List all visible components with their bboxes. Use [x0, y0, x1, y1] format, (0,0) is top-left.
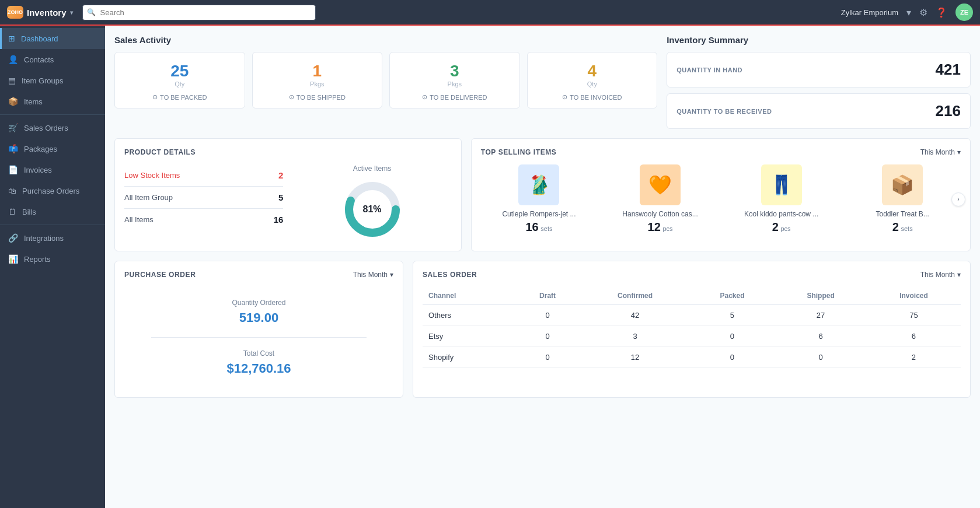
- search-input[interactable]: [82, 5, 316, 20]
- activity-cards: 25 Qty ⊙ TO BE PACKED 1 Pkgs ⊙ TO BE: [114, 52, 657, 108]
- search-icon: 🔍: [87, 8, 96, 16]
- company-dropdown-icon[interactable]: ▾: [906, 7, 911, 18]
- sidebar-label-packages: Packages: [24, 145, 57, 153]
- product-stats: Low Stock Items 2 All Item Group 5 All I…: [124, 164, 283, 241]
- table-row[interactable]: Shopify 0 12 0 0 2: [423, 347, 961, 368]
- table-row[interactable]: Etsy 0 3 0 6 6: [423, 326, 961, 347]
- confirmed-shopify: 12: [580, 347, 689, 368]
- sidebar-item-invoices[interactable]: 📄 Invoices: [0, 159, 105, 180]
- item-image-2: 🧡: [640, 164, 681, 205]
- activity-card-delivered[interactable]: 3 Pkgs ⊙ TO BE DELIVERED: [389, 52, 520, 108]
- carousel-next-button[interactable]: ›: [951, 192, 965, 206]
- po-chevron-icon: ▾: [390, 271, 393, 279]
- settings-icon[interactable]: ⚙: [919, 7, 927, 18]
- activity-card-packed[interactable]: 25 Qty ⊙ TO BE PACKED: [114, 52, 245, 108]
- sales-order-table: Channel Draft Confirmed Packed Shipped I…: [423, 287, 961, 368]
- sidebar-item-sales-orders[interactable]: 🛒 Sales Orders: [0, 117, 105, 138]
- inv-card-to-receive[interactable]: QUANTITY TO BE RECEIVED 216: [667, 93, 971, 129]
- item-name-1: Cutlepie Rompers-jet ...: [481, 210, 598, 218]
- draft-etsy: 0: [515, 326, 581, 347]
- chevron-down-icon: ▾: [957, 148, 961, 156]
- po-quantity-stat: Quantity Ordered 519.00: [232, 299, 285, 325]
- low-stock-label: Low Stock Items: [124, 171, 180, 180]
- table-row[interactable]: Others 0 42 5 27 75: [423, 305, 961, 326]
- activity-card-shipped[interactable]: 1 Pkgs ⊙ TO BE SHIPPED: [252, 52, 383, 108]
- stat-row-all-items: All Items 16: [124, 209, 283, 230]
- sidebar-item-items[interactable]: 📦 Items: [0, 91, 105, 112]
- bottom-row: PURCHASE ORDER This Month ▾ Quantity Ord…: [114, 261, 971, 398]
- sidebar-item-dashboard[interactable]: ⊞ Dashboard: [0, 28, 105, 49]
- packed-others: 5: [690, 305, 775, 326]
- sidebar-item-item-groups[interactable]: ▤ Item Groups: [0, 70, 105, 91]
- po-cost-value: $12,760.16: [226, 361, 291, 376]
- main-content: Sales Activity 25 Qty ⊙ TO BE PACKED 1: [105, 26, 980, 508]
- sidebar-item-bills[interactable]: 🗒 Bills: [0, 201, 105, 222]
- packed-icon: ⊙: [152, 93, 158, 101]
- delivered-label: ⊙ TO BE DELIVERED: [397, 93, 512, 101]
- activity-card-invoiced[interactable]: 4 Qty ⊙ TO BE INVOICED: [527, 52, 658, 108]
- main-layout: ⊞ Dashboard 👤 Contacts ▤ Item Groups 📦 I…: [0, 26, 980, 508]
- item-qty-2: 12 pcs: [602, 220, 719, 234]
- item-qty-3: 2 pcs: [723, 220, 840, 234]
- items-icon: 📦: [8, 97, 18, 106]
- shipped-icon: ⊙: [289, 93, 294, 101]
- sidebar-label-items: Items: [24, 97, 43, 106]
- col-invoiced: Invoiced: [867, 287, 961, 305]
- top-selling-items-list: 🥻 Cutlepie Rompers-jet ... 16 sets 🧡 Han…: [481, 164, 961, 234]
- top-selling-period-label: This Month: [920, 148, 955, 156]
- reports-icon: 📊: [8, 254, 18, 264]
- purchase-order-card: PURCHASE ORDER This Month ▾ Quantity Ord…: [114, 261, 403, 398]
- inv-card-in-hand[interactable]: QUANTITY IN HAND 421: [667, 52, 971, 87]
- sidebar-label-sales-orders: Sales Orders: [24, 124, 68, 132]
- top-area: Sales Activity 25 Qty ⊙ TO BE PACKED 1: [114, 35, 971, 129]
- draft-shopify: 0: [515, 347, 581, 368]
- inv-in-hand-value: 421: [936, 61, 961, 79]
- inv-to-receive-value: 216: [936, 102, 961, 120]
- shipped-etsy: 6: [775, 326, 867, 347]
- sales-order-period-select[interactable]: This Month ▾: [920, 271, 961, 279]
- item-image-4: 📦: [882, 164, 923, 205]
- top-selling-item-3[interactable]: 👖 Kool kiddo pants-cow ... 2 pcs: [723, 164, 840, 234]
- item-group-label: All Item Group: [124, 193, 173, 202]
- sidebar-divider-1: [0, 114, 105, 115]
- shipped-unit: Pkgs: [260, 80, 375, 87]
- sidebar-item-packages[interactable]: 📫 Packages: [0, 138, 105, 159]
- sidebar-item-integrations[interactable]: 🔗 Integrations: [0, 227, 105, 248]
- item-image-1: 🥻: [518, 164, 559, 205]
- avatar[interactable]: ZE: [955, 3, 973, 21]
- po-period-label: This Month: [353, 271, 388, 279]
- help-icon[interactable]: ❓: [936, 7, 947, 18]
- sales-orders-icon: 🛒: [8, 123, 18, 132]
- logo-badge: ZOHO: [7, 6, 23, 19]
- top-selling-item-1[interactable]: 🥻 Cutlepie Rompers-jet ... 16 sets: [481, 164, 598, 234]
- top-selling-card: TOP SELLING ITEMS This Month ▾ 🥻 Cutlepi…: [471, 138, 971, 251]
- delivered-unit: Pkgs: [397, 80, 512, 87]
- packed-unit: Qty: [122, 80, 238, 87]
- app-logo[interactable]: ZOHO Inventory ▾: [7, 6, 73, 19]
- top-selling-item-2[interactable]: 🧡 Hanswooly Cotton cas... 12 pcs: [602, 164, 719, 234]
- item-name-4: Toddler Treat B...: [844, 210, 961, 218]
- dashboard-icon: ⊞: [8, 34, 15, 43]
- contacts-icon: 👤: [8, 55, 18, 64]
- col-confirmed: Confirmed: [580, 287, 689, 305]
- inventory-summary-section: Inventory Summary QUANTITY IN HAND 421 Q…: [667, 35, 971, 129]
- invoiced-icon: ⊙: [562, 93, 567, 101]
- purchase-order-header: PURCHASE ORDER This Month ▾: [124, 271, 393, 279]
- app-dropdown-icon[interactable]: ▾: [70, 9, 73, 16]
- invoiced-label: ⊙ TO BE INVOICED: [535, 93, 650, 101]
- product-details-body: Low Stock Items 2 All Item Group 5 All I…: [124, 164, 452, 241]
- donut-area: Active Items 81%: [292, 164, 451, 241]
- sidebar-item-reports[interactable]: 📊 Reports: [0, 248, 105, 269]
- sidebar-item-purchase-orders[interactable]: 🛍 Purchase Orders: [0, 180, 105, 201]
- sidebar-label-invoices: Invoices: [24, 166, 52, 174]
- purchase-order-period-select[interactable]: This Month ▾: [353, 271, 393, 279]
- item-image-3: 👖: [761, 164, 802, 205]
- integrations-icon: 🔗: [8, 233, 18, 243]
- invoiced-shopify: 2: [867, 347, 961, 368]
- po-cost-label: Total Cost: [226, 349, 291, 358]
- top-selling-item-4[interactable]: 📦 Toddler Treat B... 2 sets: [844, 164, 961, 234]
- stat-row-low-stock[interactable]: Low Stock Items 2: [124, 164, 283, 187]
- top-selling-period-select[interactable]: This Month ▾: [920, 148, 961, 156]
- sidebar-item-contacts[interactable]: 👤 Contacts: [0, 49, 105, 70]
- sidebar-label-item-groups: Item Groups: [22, 76, 64, 85]
